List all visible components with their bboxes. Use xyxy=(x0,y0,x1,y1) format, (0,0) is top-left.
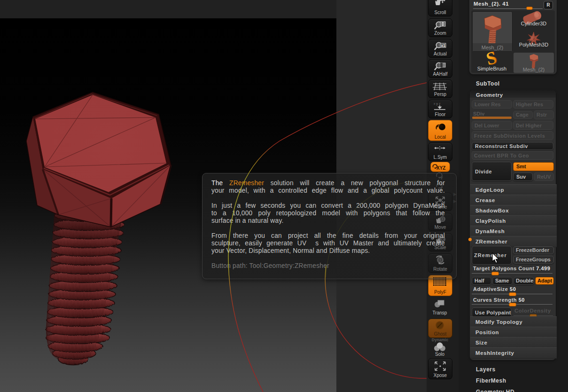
svg-text:XYZ: XYZ xyxy=(436,165,445,171)
svg-text:S: S xyxy=(484,50,498,67)
svg-text:x1: x1 xyxy=(441,43,446,48)
svg-text:x y z: x y z xyxy=(434,102,441,106)
